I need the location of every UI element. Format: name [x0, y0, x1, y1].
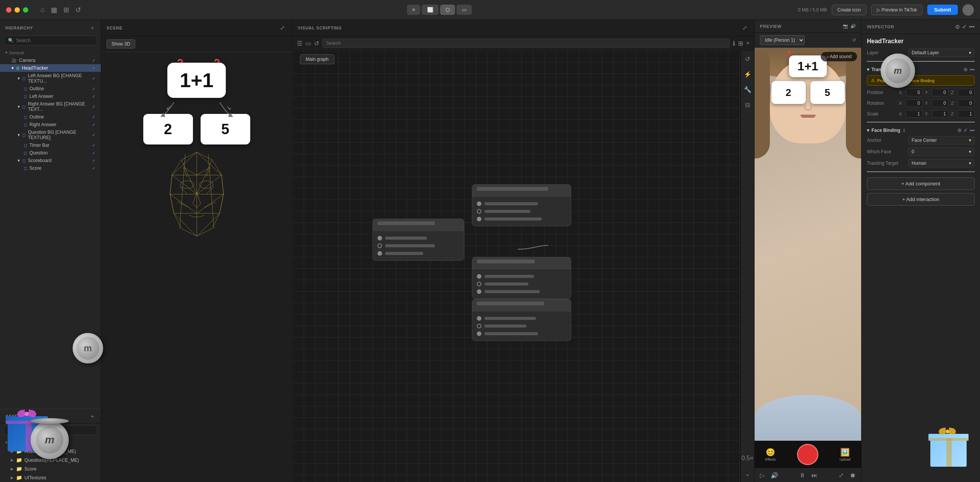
create-icon-button[interactable]: Create icon: [832, 5, 867, 15]
asset-folder-main[interactable]: ▾ 📁 OnePersonQuizAssets: [0, 438, 101, 447]
pause-icon[interactable]: ⏸: [799, 472, 805, 479]
node-2-row-3: [477, 215, 566, 223]
main-layout: HIERARCHY + 🔍 ▾ General 🎥 Camera ✓ ▾ ⊙ H…: [0, 20, 980, 482]
face-binding-info-icon[interactable]: ℹ: [903, 128, 905, 133]
hierarchy-add-button[interactable]: +: [89, 24, 96, 32]
tree-item-scoreboard[interactable]: ▾ ◻ Scoreboard ✓: [0, 157, 101, 164]
assets-add-button[interactable]: +: [89, 412, 96, 420]
record-button[interactable]: [797, 444, 818, 465]
layer-dropdown[interactable]: Default Layer ▾: [908, 49, 975, 57]
vs-canvas[interactable]: Main graph: [292, 50, 754, 482]
asset-folder-uitextures[interactable]: ▶ 📁 UITextures: [0, 473, 101, 482]
show3d-button[interactable]: Show 3D: [107, 39, 135, 49]
play-icon[interactable]: ▷: [760, 472, 765, 479]
add-interaction-button[interactable]: + Add interaction: [867, 193, 975, 206]
vs-info-icon[interactable]: ℹ: [733, 40, 735, 47]
node-card-2[interactable]: [472, 184, 571, 226]
next-icon[interactable]: ⏭: [812, 472, 818, 479]
tree-item-outline-1[interactable]: ◻ Outline ✓: [0, 85, 101, 93]
graph-tab-main[interactable]: Main graph: [300, 54, 334, 64]
tree-item-score[interactable]: ◻ Score ✓: [0, 164, 101, 172]
fullscreen-icon[interactable]: ⤢: [839, 472, 844, 479]
inspector-more-icon[interactable]: •••: [969, 24, 975, 30]
apps-icon[interactable]: ⊞: [63, 6, 69, 14]
tree-item-left-answer[interactable]: ◻ Left Answer ✓: [0, 93, 101, 100]
asset-folder-questions[interactable]: ▶ 📁 Questions(REPLACE_ME): [0, 456, 101, 464]
position-y-input[interactable]: [932, 89, 949, 96]
warning-icon: ⚠: [871, 78, 875, 83]
camera-icon[interactable]: 📷: [843, 24, 848, 29]
node-card-3[interactable]: [472, 257, 571, 299]
scale-y-input[interactable]: [932, 110, 949, 118]
record-ctrl-icon[interactable]: ⏺: [850, 472, 856, 479]
vs-search-input[interactable]: [322, 39, 730, 48]
transform-info-icon[interactable]: ℹ: [897, 67, 899, 72]
vs-sliders-icon[interactable]: ⊟: [742, 99, 753, 110]
vs-lightning-icon[interactable]: ⚡: [742, 69, 753, 80]
tree-item-question[interactable]: ◻ Question ✓: [0, 149, 101, 157]
effects-button[interactable]: 😊 Effects: [765, 448, 776, 461]
hierarchy-search-input[interactable]: [16, 38, 93, 43]
vs-expand-button[interactable]: ⤢: [741, 24, 749, 32]
scale-x-input[interactable]: [906, 110, 923, 118]
inspector-icon-2[interactable]: ✓: [962, 24, 967, 30]
position-z-input[interactable]: [958, 89, 975, 96]
rotation-x-input[interactable]: [906, 99, 923, 107]
grid-icon[interactable]: ▦: [51, 6, 57, 14]
tab-scene[interactable]: ⬜: [422, 5, 439, 15]
tracking-target-dropdown[interactable]: Human ▾: [908, 159, 975, 167]
rotation-y-input[interactable]: [932, 99, 949, 107]
rotation-z-input[interactable]: [958, 99, 975, 107]
vs-grid-icon[interactable]: ⊞: [738, 40, 743, 47]
tree-item-left-answer-bg[interactable]: ▾ ◻ Left Answer BG [CHANGE TEXTU... ✓: [0, 72, 101, 85]
tab-hierarchy[interactable]: ≡: [407, 5, 421, 15]
tab-connect[interactable]: ⬡: [440, 5, 455, 15]
vs-refresh-icon[interactable]: ↺: [314, 40, 319, 47]
vs-image-icon[interactable]: ▭: [305, 40, 311, 47]
add-component-button[interactable]: + Add component: [867, 177, 975, 190]
tree-item-question-bg[interactable]: ▾ ◻ Question BG [CHANGE TEXTURE] ✓: [0, 128, 101, 141]
asset-folder-score[interactable]: ▶ 📁 Score: [0, 464, 101, 473]
tree-item-timer-bar[interactable]: ◻ Timer Bar ✓: [0, 141, 101, 149]
tree-item-headtracker[interactable]: ▾ ⊙ HeadTracker ✓: [0, 64, 101, 72]
svg-point-21: [180, 181, 194, 188]
tree-item-right-answer-bg[interactable]: ▾ ◻ Right Answer BG [CHANGE TEXT... ✓: [0, 100, 101, 113]
asset-folder-answers[interactable]: ▶ 📁 Answers(REPLACE_ME): [0, 447, 101, 456]
vs-wrench-icon[interactable]: 🔧: [742, 84, 753, 95]
minimize-button[interactable]: [15, 7, 20, 13]
position-xyz: X Y Z: [899, 89, 975, 96]
tree-item-camera[interactable]: 🎥 Camera ✓: [0, 57, 101, 64]
node-card-1[interactable]: [373, 219, 464, 261]
preview-refresh-icon[interactable]: ↺: [852, 37, 856, 43]
vs-chevron-down-icon[interactable]: ⌄: [742, 468, 753, 479]
home-icon[interactable]: ⌂: [40, 6, 45, 14]
tree-item-outline-2[interactable]: ◻ Outline ✓: [0, 113, 101, 121]
transform-more-icon[interactable]: •••: [970, 67, 975, 72]
anchor-dropdown[interactable]: Face Center ▾: [908, 136, 975, 144]
vs-zoom-icon[interactable]: 0.5×: [742, 453, 753, 464]
tree-item-right-answer[interactable]: ◻ Right Answer ✓: [0, 121, 101, 128]
add-sound-button[interactable]: ♪ Add sound: [821, 52, 857, 62]
speaker-icon[interactable]: 🔊: [850, 24, 856, 29]
preview-tiktok-button[interactable]: ▷ Preview in TikTok: [871, 5, 923, 15]
scale-z-input[interactable]: [958, 110, 975, 118]
maximize-button[interactable]: [23, 7, 28, 13]
which-face-dropdown[interactable]: 0 ▾: [908, 148, 975, 156]
close-button[interactable]: [6, 7, 11, 13]
upload-button[interactable]: 🖼️ Upload: [840, 448, 851, 461]
speaker-ctrl-icon[interactable]: 🔊: [771, 472, 778, 479]
vs-add-icon[interactable]: +: [746, 40, 750, 47]
position-x-input[interactable]: [906, 89, 923, 96]
vs-list-icon[interactable]: ☰: [297, 40, 302, 47]
vs-refresh-icon[interactable]: ↺: [742, 54, 753, 64]
user-avatar[interactable]: [962, 4, 974, 16]
tab-device[interactable]: ▭: [457, 5, 472, 15]
inspector-icon-1[interactable]: ⊙: [955, 24, 960, 30]
refresh-icon[interactable]: ↺: [75, 6, 81, 14]
preview-state-select[interactable]: Idle (Person 1): [760, 35, 805, 45]
assets-search-input[interactable]: [16, 427, 93, 433]
scene-expand-button[interactable]: ⤢: [279, 24, 287, 32]
face-binding-more-icon[interactable]: •••: [970, 128, 975, 133]
node-card-4[interactable]: [472, 299, 571, 341]
submit-button[interactable]: Submit: [927, 5, 958, 15]
